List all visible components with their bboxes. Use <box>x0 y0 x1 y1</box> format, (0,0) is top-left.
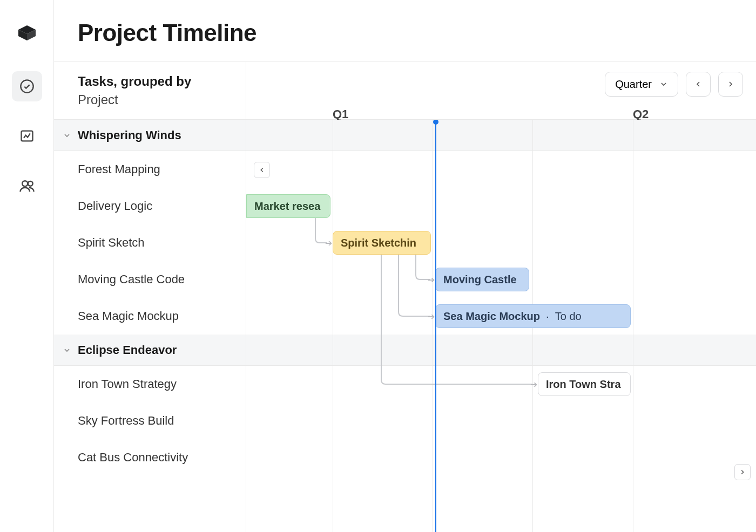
gantt-bar-status: To do <box>555 310 582 323</box>
task-list-column: Whispering WindsForest MappingDelivery L… <box>54 120 246 532</box>
gantt-bar-label: Iron Town Stra <box>546 378 621 391</box>
chevron-left-icon <box>694 80 703 88</box>
task-row[interactable]: Spirit Sketch <box>54 224 246 261</box>
task-row[interactable]: Forest Mapping <box>54 151 246 188</box>
chevron-down-icon <box>659 80 668 88</box>
group-name: Eclipse Endeavor <box>78 343 177 357</box>
timeline-toolbar: Quarter <box>605 72 743 97</box>
task-row[interactable]: Iron Town Strategy <box>54 366 246 403</box>
group-row[interactable]: Whispering Winds <box>54 120 246 151</box>
chevron-right-icon <box>726 80 735 88</box>
app-logo <box>16 22 38 44</box>
gantt-bar-label: Market resea <box>254 200 320 213</box>
main-content: Project Timeline Tasks, grouped by Proje… <box>54 0 756 532</box>
collapse-icon <box>63 131 71 140</box>
svg-point-6 <box>28 181 32 186</box>
gantt-bar-separator: · <box>540 310 555 323</box>
timeline-next-button[interactable] <box>718 72 743 97</box>
timeline-header: Quarter Q1Q2JanFebMarApr <box>246 62 756 119</box>
task-track-row <box>246 403 756 439</box>
dependency-arrow-icon: ➔ <box>325 238 332 248</box>
grouping-header: Tasks, grouped by Project <box>54 62 246 119</box>
timeline-body: Whispering WindsForest MappingDelivery L… <box>54 120 756 532</box>
grouping-label-line2: Project <box>78 92 222 107</box>
task-track-row <box>246 151 756 188</box>
scroll-forward-button[interactable] <box>734 464 751 480</box>
task-row[interactable]: Moving Castle Code <box>54 261 246 298</box>
grouping-label-line1: Tasks, grouped by <box>78 74 222 89</box>
collapse-icon <box>63 346 71 354</box>
page-title: Project Timeline <box>78 19 732 46</box>
timeline-chart-area: Market reseaSpirit SketchinMoving Castle… <box>246 120 756 532</box>
app-sidebar <box>0 0 54 532</box>
task-row[interactable]: Sky Fortress Build <box>54 403 246 439</box>
task-track-row <box>246 439 756 476</box>
group-name: Whispering Winds <box>78 128 181 142</box>
gantt-bar[interactable]: Iron Town Stra <box>538 372 631 396</box>
gantt-bar[interactable]: Spirit Sketchin <box>333 231 431 255</box>
dependency-arrow-icon: ➔ <box>530 379 537 390</box>
today-indicator <box>435 120 436 532</box>
gantt-bar[interactable]: Market resea <box>246 194 330 218</box>
group-track-row <box>246 120 756 151</box>
svg-point-3 <box>21 80 33 92</box>
controls-row: Tasks, grouped by Project Quarter <box>54 62 756 120</box>
zoom-select[interactable]: Quarter <box>605 72 678 97</box>
task-row[interactable]: Cat Bus Connectivity <box>54 439 246 476</box>
reveal-left-button[interactable] <box>254 162 270 178</box>
group-row[interactable]: Eclipse Endeavor <box>54 335 246 366</box>
sidebar-tasks-button[interactable] <box>12 71 42 101</box>
sidebar-team-button[interactable] <box>12 170 42 201</box>
svg-point-5 <box>22 181 28 186</box>
page-header: Project Timeline <box>54 0 756 62</box>
task-row[interactable]: Delivery Logic <box>54 188 246 224</box>
zoom-select-label: Quarter <box>615 78 652 91</box>
task-row[interactable]: Sea Magic Mockup <box>54 298 246 335</box>
timeline-prev-button[interactable] <box>686 72 711 97</box>
dependency-connector <box>380 254 539 391</box>
sidebar-reports-button[interactable] <box>12 121 42 151</box>
gantt-bar-label: Spirit Sketchin <box>341 237 416 249</box>
